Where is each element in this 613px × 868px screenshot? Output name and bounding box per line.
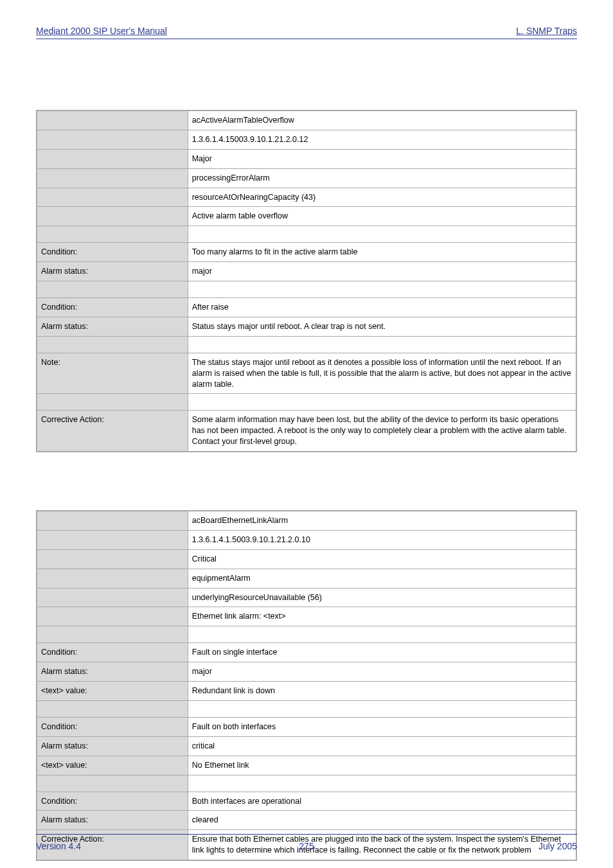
table-row: acBoardEthernetLinkAlarm — [37, 511, 576, 530]
table-row — [37, 281, 576, 298]
row-label — [37, 775, 188, 792]
row-label — [37, 607, 188, 626]
row-value — [188, 700, 576, 717]
row-label — [37, 188, 188, 207]
row-value: Critical — [188, 549, 576, 569]
row-value: processingErrorAlarm — [188, 168, 576, 188]
row-label — [37, 700, 188, 717]
table-row: resourceAtOrNearingCapacity (43) — [37, 188, 576, 207]
row-value: major — [188, 662, 576, 682]
table-row: 1.3.6.1.4.1.5003.9.10.1.21.2.0.10 — [37, 530, 576, 549]
row-value: Both interfaces are operational — [188, 792, 576, 811]
row-label — [37, 111, 188, 130]
table-row: Alarm status:cleared — [37, 811, 576, 830]
footer-date: July 2005 — [538, 841, 577, 851]
table-row: Active alarm table overflow — [37, 207, 576, 226]
table-row: Condition:After raise — [37, 298, 576, 317]
row-value: acActiveAlarmTableOverflow — [188, 111, 576, 130]
row-value: equipmentAlarm — [188, 569, 576, 588]
row-label — [37, 168, 188, 188]
table-row: acActiveAlarmTableOverflow — [37, 111, 576, 130]
row-value — [188, 775, 576, 792]
row-value: resourceAtOrNearingCapacity (43) — [188, 188, 576, 207]
row-value: acBoardEthernetLinkAlarm — [188, 511, 576, 530]
page-footer: Version 4.4 275 July 2005 — [36, 834, 577, 851]
footer-version: Version 4.4 — [36, 841, 81, 851]
row-value: major — [188, 262, 576, 281]
table-row: Ethernet link alarm: <text> — [37, 607, 576, 626]
row-label: <text> value: — [37, 682, 188, 701]
row-label — [37, 530, 188, 549]
row-label: Condition: — [37, 243, 188, 262]
header-left: Mediant 2000 SIP User's Manual — [36, 26, 167, 36]
row-value — [188, 281, 576, 298]
row-label: Alarm status: — [37, 317, 188, 336]
table-row: processingErrorAlarm — [37, 168, 576, 188]
row-label: Condition: — [37, 643, 188, 662]
row-label: Corrective Action: — [37, 411, 188, 452]
table-row: equipmentAlarm — [37, 569, 576, 588]
row-label — [37, 511, 188, 530]
row-label: Condition: — [37, 298, 188, 317]
row-value — [188, 226, 576, 243]
alarm-table-overflow: acActiveAlarmTableOverflow1.3.6.1.4.1500… — [36, 110, 577, 452]
row-label: Alarm status: — [37, 811, 188, 830]
row-label — [37, 207, 188, 226]
row-label: Condition: — [37, 792, 188, 811]
row-label: <text> value: — [37, 756, 188, 775]
table-row: Condition:Both interfaces are operationa… — [37, 792, 576, 811]
footer-page-number: 275 — [299, 841, 314, 851]
row-label: Condition: — [37, 717, 188, 736]
row-value: Too many alarms to fit in the active ala… — [188, 243, 576, 262]
table-row: Corrective Action:Some alarm information… — [37, 411, 576, 452]
row-value: Redundant link is down — [188, 682, 576, 701]
row-value — [188, 394, 576, 411]
row-value: critical — [188, 736, 576, 756]
table-row — [37, 394, 576, 411]
row-value: Active alarm table overflow — [188, 207, 576, 226]
row-value: Status stays major until reboot. A clear… — [188, 317, 576, 336]
row-value: No Ethernet link — [188, 756, 576, 775]
row-value: Some alarm information may have been los… — [188, 411, 576, 452]
row-label — [37, 336, 188, 353]
row-value: Major — [188, 149, 576, 168]
row-label — [37, 130, 188, 149]
table-row — [37, 700, 576, 717]
row-label: Alarm status: — [37, 736, 188, 756]
table-row: underlyingResourceUnavailable (56) — [37, 588, 576, 607]
header-right: L. SNMP Traps — [516, 26, 577, 36]
table-row: Critical — [37, 549, 576, 569]
row-value: cleared — [188, 811, 576, 830]
row-value: Fault on both interfaces — [188, 717, 576, 736]
row-label — [37, 569, 188, 588]
table-row: <text> value:No Ethernet link — [37, 756, 576, 775]
row-value: 1.3.6.1.4.15003.9.10.1.21.2.0.12 — [188, 130, 576, 149]
table-row — [37, 226, 576, 243]
row-value — [188, 336, 576, 353]
row-label: Alarm status: — [37, 262, 188, 281]
row-label: Alarm status: — [37, 662, 188, 682]
row-value: Ethernet link alarm: <text> — [188, 607, 576, 626]
table-row: 1.3.6.1.4.15003.9.10.1.21.2.0.12 — [37, 130, 576, 149]
table-row: Condition:Fault on both interfaces — [37, 717, 576, 736]
row-value: 1.3.6.1.4.1.5003.9.10.1.21.2.0.10 — [188, 530, 576, 549]
row-value — [188, 626, 576, 643]
row-label — [37, 226, 188, 243]
table-row: Note:The status stays major until reboot… — [37, 353, 576, 394]
table-row: Alarm status:critical — [37, 736, 576, 756]
row-label — [37, 149, 188, 168]
table-row — [37, 775, 576, 792]
row-value: After raise — [188, 298, 576, 317]
row-label — [37, 588, 188, 607]
table-row — [37, 336, 576, 353]
page-header: Mediant 2000 SIP User's Manual L. SNMP T… — [36, 26, 577, 39]
row-value: Fault on single interface — [188, 643, 576, 662]
row-label: Note: — [37, 353, 188, 394]
table-row: Major — [37, 149, 576, 168]
table-row: Alarm status:major — [37, 662, 576, 682]
table-row: Alarm status:major — [37, 262, 576, 281]
table-row: Alarm status:Status stays major until re… — [37, 317, 576, 336]
row-label — [37, 549, 188, 569]
table-row — [37, 626, 576, 643]
table-row: <text> value:Redundant link is down — [37, 682, 576, 701]
